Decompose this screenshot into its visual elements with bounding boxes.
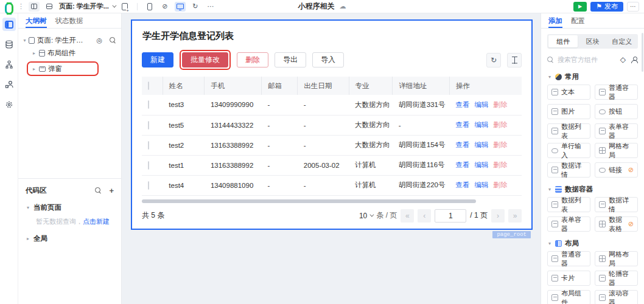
outline-panel-button[interactable]: [29, 2, 40, 12]
component-item-form-container[interactable]: 表单容器: [595, 123, 638, 139]
component-item-link[interactable]: 链接⊘: [595, 162, 638, 178]
delete-link[interactable]: 删除: [493, 101, 507, 108]
batch-edit-button[interactable]: 批量修改: [182, 52, 228, 67]
segment-custom[interactable]: 自定义: [607, 35, 637, 47]
edit-link[interactable]: 编辑: [474, 161, 488, 168]
create-query-link[interactable]: 点击新建: [83, 218, 110, 225]
panel-scrollbar[interactable]: [642, 33, 643, 72]
code-group-global[interactable]: ▸ 全局: [26, 234, 114, 243]
component-item-grid-layout[interactable]: 网格布局: [595, 251, 638, 266]
preview-run-button[interactable]: ▶: [573, 2, 587, 12]
delete-link[interactable]: 删除: [493, 121, 507, 128]
row-height-button[interactable]: [507, 53, 522, 67]
tab-add[interactable]: 添加: [548, 13, 562, 28]
component-item-data-detail[interactable]: 数据详情: [547, 162, 590, 178]
component-item-form-container[interactable]: 表单容器: [547, 216, 590, 232]
caret-icon[interactable]: ▸: [26, 236, 30, 241]
tree-node-modal-annotated[interactable]: ▸ 弹窗: [27, 61, 99, 76]
tab-state-data[interactable]: 状态数据: [55, 13, 83, 28]
component-item-text[interactable]: 文本: [547, 85, 590, 100]
phone-preview-button[interactable]: [144, 2, 155, 12]
import-button[interactable]: 导入: [312, 52, 344, 67]
component-item-carousel[interactable]: 轮播容器: [595, 271, 638, 286]
tree-node-page[interactable]: ▾ 页面: 学生开学信息登记... ◎: [18, 34, 121, 47]
edit-link[interactable]: 编辑: [474, 141, 488, 148]
prev-page-button[interactable]: ‹: [418, 209, 431, 223]
disable-preview-button[interactable]: ⊘: [159, 2, 170, 12]
component-item-data-list[interactable]: 数据列表: [547, 123, 590, 139]
edit-link[interactable]: 编辑: [474, 121, 488, 128]
tab-config[interactable]: 配置: [571, 13, 585, 28]
component-item-button[interactable]: 按钮: [595, 104, 638, 119]
rail-outline-button[interactable]: [2, 18, 16, 31]
delete-link[interactable]: 删除: [493, 181, 507, 188]
caret-icon[interactable]: ▸: [32, 50, 37, 56]
rail-datasource-button[interactable]: [2, 38, 16, 51]
component-item-scroll-container[interactable]: 滚动容器: [595, 290, 638, 304]
export-button[interactable]: 导出: [275, 52, 306, 67]
next-page-button[interactable]: ›: [491, 209, 505, 223]
diamond-icon[interactable]: ◇: [620, 55, 626, 64]
desktop-preview-button[interactable]: [175, 2, 186, 12]
right-more-button[interactable]: ⋯: [627, 2, 639, 12]
component-search-input[interactable]: [558, 56, 617, 63]
component-item-image[interactable]: 图片: [547, 104, 590, 119]
tree-search-icon[interactable]: [110, 37, 116, 44]
sync-button[interactable]: ↻: [190, 2, 201, 12]
caret-icon[interactable]: ▾: [26, 205, 30, 210]
current-page-input[interactable]: 1: [435, 209, 466, 223]
community-icon[interactable]: [631, 57, 638, 63]
component-item-data-list[interactable]: 数据列表: [547, 197, 590, 212]
new-button[interactable]: 新建: [142, 52, 173, 67]
code-search-icon[interactable]: [95, 187, 102, 194]
page-root-selection[interactable]: 学生开学信息登记列表 新建 批量修改 删除 导出 导入 ↻ 姓名 手机: [131, 19, 533, 230]
rail-roles-button[interactable]: [2, 78, 16, 91]
code-group-current-page[interactable]: ▾ 当前页面: [26, 203, 114, 212]
row-checkbox[interactable]: [148, 100, 149, 109]
tab-outline-tree[interactable]: 大纲树: [26, 13, 47, 28]
rail-workflow-button[interactable]: [2, 58, 16, 71]
eye-icon[interactable]: ◎: [96, 36, 102, 44]
component-item-grid-layout[interactable]: 网格布局: [595, 143, 638, 158]
component-item-container[interactable]: 普通容器: [547, 251, 590, 266]
view-link[interactable]: 查看: [455, 101, 469, 108]
last-page-button[interactable]: »: [508, 209, 522, 223]
first-page-button[interactable]: «: [401, 209, 414, 223]
page-selector[interactable]: 页面: 学生开学...: [59, 2, 115, 11]
row-checkbox[interactable]: [148, 161, 149, 170]
caret-icon[interactable]: ▾: [23, 38, 26, 43]
edit-link[interactable]: 编辑: [474, 181, 488, 188]
page-size-select[interactable]: 10: [359, 212, 373, 220]
component-item-card[interactable]: 卡片: [547, 271, 590, 286]
segment-components[interactable]: 组件: [548, 35, 578, 47]
tree-node-layout[interactable]: ▸ 布局组件: [18, 47, 121, 60]
row-checkbox[interactable]: [148, 141, 149, 150]
code-add-icon[interactable]: +: [109, 186, 114, 195]
row-checkbox[interactable]: [148, 181, 149, 190]
caret-icon[interactable]: ▸: [32, 66, 37, 72]
delete-link[interactable]: 删除: [493, 161, 507, 168]
row-checkbox[interactable]: [148, 121, 149, 130]
component-item-container[interactable]: 普通容器: [595, 85, 638, 100]
horizontal-scrollbar[interactable]: [142, 199, 476, 203]
view-link[interactable]: 查看: [455, 141, 469, 148]
topbar-more-button[interactable]: ⋯: [205, 2, 216, 12]
select-all-checkbox[interactable]: [148, 81, 149, 90]
layers-panel-button[interactable]: [44, 2, 55, 12]
view-link[interactable]: 查看: [455, 121, 469, 128]
view-link[interactable]: 查看: [455, 181, 469, 188]
component-item-data-table[interactable]: 数据表格⊘: [595, 216, 638, 232]
component-item-layout-widget[interactable]: 布局组件: [547, 290, 590, 304]
new-page-button[interactable]: [119, 2, 130, 12]
caret-icon: ▾: [547, 241, 552, 246]
delete-button[interactable]: 删除: [237, 52, 268, 67]
component-item-data-detail[interactable]: 数据详情: [595, 197, 638, 212]
edit-link[interactable]: 编辑: [474, 101, 488, 108]
delete-link[interactable]: 删除: [493, 141, 507, 148]
component-item-text-input[interactable]: 单行输入: [547, 143, 590, 158]
view-link[interactable]: 查看: [455, 161, 469, 168]
rail-settings-button[interactable]: [2, 98, 16, 111]
refresh-table-button[interactable]: ↻: [486, 53, 501, 67]
publish-button[interactable]: ⚑ 发布: [590, 2, 623, 12]
segment-blocks[interactable]: 区块: [578, 35, 607, 47]
